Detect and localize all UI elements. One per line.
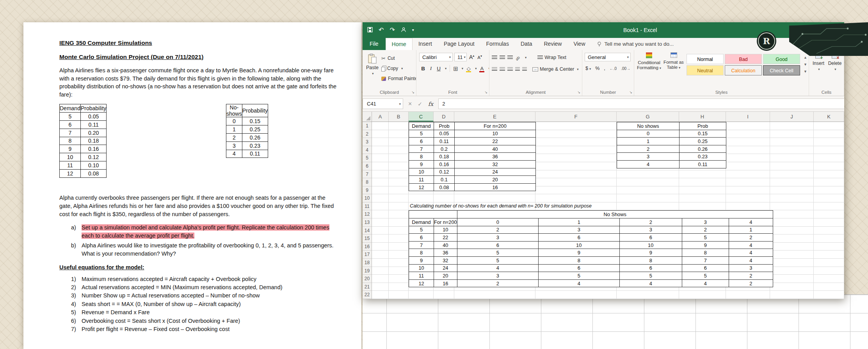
sheet-cell[interactable]: 9 [538, 249, 619, 257]
sheet-cell[interactable]: 8 [409, 153, 434, 161]
sheet-cell[interactable]: 22 [434, 234, 457, 242]
row-header-8[interactable]: 8 [363, 178, 372, 186]
sheet-cell[interactable]: 9 [682, 241, 729, 249]
sheet-cell[interactable]: 4 [729, 257, 773, 265]
bold-button[interactable]: B [420, 66, 426, 72]
sheet-cell[interactable]: 3 [682, 218, 729, 226]
number-dialog-launcher[interactable]: ↘ [629, 91, 632, 94]
sheet-cell[interactable]: 16 [455, 183, 536, 191]
column-header-f[interactable]: F [535, 112, 617, 122]
align-right-icon[interactable] [507, 67, 513, 71]
user-icon[interactable] [401, 27, 406, 34]
row-header-22[interactable]: 22 [363, 291, 372, 299]
column-header-i[interactable]: I [726, 112, 770, 122]
fill-color-dropdown-arrow[interactable]: ▾ [475, 66, 477, 70]
sheet-cell[interactable]: 0.1 [434, 176, 455, 184]
clipboard-dialog-launcher[interactable]: ↘ [411, 91, 414, 94]
font-size-select[interactable]: 11▾ [454, 53, 467, 61]
sheet-cell[interactable]: 8 [538, 257, 619, 265]
sheet-cell[interactable]: 24 [455, 168, 536, 176]
grow-font-button[interactable]: A▴ [468, 54, 475, 60]
sheet-cell[interactable]: 9 [619, 249, 682, 257]
sheet-cell[interactable]: 12 [409, 183, 434, 191]
sheet-cell[interactable]: For n=200 [434, 218, 457, 226]
row-header-14[interactable]: 14 [363, 227, 372, 235]
row-header-13[interactable]: 13 [363, 218, 372, 227]
sheet-cell[interactable]: 20 [434, 272, 457, 280]
sheet-cell[interactable]: 20 [455, 176, 536, 184]
row-header-1[interactable]: 1 [363, 122, 372, 130]
sheet-cell[interactable]: Prob [434, 122, 455, 130]
sheet-cell[interactable]: 6 [619, 234, 682, 242]
format-painter-button[interactable]: Format Painter [381, 73, 416, 84]
tell-me-box[interactable]: Tell me what you want to do... [597, 38, 674, 50]
row-header-4[interactable]: 4 [363, 146, 372, 154]
sheet-cell[interactable]: 6 [619, 264, 682, 272]
tab-data[interactable]: Data [515, 38, 538, 50]
sheet-cell[interactable]: 7 [409, 241, 434, 249]
column-header-d[interactable]: D [434, 112, 454, 122]
sheet-cell[interactable]: Prob [679, 122, 726, 130]
underline-dropdown-arrow[interactable]: ▾ [445, 66, 446, 70]
sheet-cell[interactable]: 11 [409, 176, 434, 184]
sheet-cell[interactable]: 7 [409, 145, 434, 153]
sheet-cell[interactable]: 3 [729, 264, 773, 272]
sheet-cell[interactable]: 0.15 [679, 130, 726, 138]
style-neutral[interactable]: Neutral [687, 65, 724, 75]
sheet-cell[interactable]: 36 [455, 153, 536, 161]
select-all-corner[interactable] [363, 112, 372, 122]
sheet-cell[interactable]: 3 [619, 226, 682, 234]
sheet-cell[interactable]: No shows [617, 122, 679, 130]
sheet-cell[interactable]: 1 [617, 138, 679, 145]
save-icon[interactable] [367, 27, 373, 34]
sheet-cell[interactable]: 0.11 [434, 138, 455, 145]
sheet-cell[interactable]: 6 [457, 241, 538, 249]
name-box-arrow[interactable]: ▾ [399, 102, 401, 106]
alignment-dialog-launcher[interactable]: ↘ [577, 91, 580, 94]
row-header-3[interactable]: 3 [363, 138, 372, 146]
gallery-more-arrow[interactable]: ▼ [803, 68, 808, 75]
sheet-cell[interactable]: 0.11 [679, 160, 726, 168]
sheet-cell[interactable]: 0.16 [434, 160, 455, 168]
sheet-cell[interactable]: 32 [434, 257, 457, 265]
sheet-cell[interactable]: 2 [729, 279, 773, 287]
cut-button[interactable]: ✂Cut [381, 53, 416, 63]
sheet-cell[interactable]: 40 [455, 145, 536, 153]
sheet-cell[interactable]: 4 [729, 241, 773, 249]
sheet-cell[interactable]: 0.12 [434, 168, 455, 176]
row-header-16[interactable]: 16 [363, 243, 372, 251]
row-header-5[interactable]: 5 [363, 154, 372, 162]
formula-input[interactable]: 2 [438, 98, 844, 109]
sheet-cell[interactable]: 0 [457, 218, 538, 226]
name-box[interactable]: C41 ▾ [363, 98, 403, 109]
sheet-cell[interactable]: 10 [619, 241, 682, 249]
sheet-cell[interactable]: No Shows [457, 211, 773, 218]
align-middle-icon[interactable] [500, 55, 505, 59]
tab-page-layout[interactable]: Page Layout [438, 38, 480, 50]
sheet-cell[interactable]: 6 [538, 234, 619, 242]
sheet-cell[interactable]: 2 [729, 272, 773, 280]
sheet-cell[interactable]: 0.2 [434, 145, 455, 153]
sheet-cell[interactable]: 0.25 [679, 138, 726, 145]
redo-icon[interactable]: ↷ [390, 27, 395, 33]
sheet-cell[interactable]: 2 [617, 145, 679, 153]
column-header-j[interactable]: J [770, 112, 814, 122]
row-header-15[interactable]: 15 [363, 234, 372, 243]
sheet-cell[interactable]: 8 [619, 257, 682, 265]
column-header-g[interactable]: G [617, 112, 679, 122]
sheet-cell[interactable]: 0.23 [679, 153, 726, 161]
sheet-cell[interactable]: 6 [409, 234, 434, 242]
wrap-text-button[interactable]: Wrap Text [537, 55, 566, 60]
font-color-icon[interactable]: A [479, 66, 485, 72]
sheet-cell[interactable]: 6 [538, 264, 619, 272]
align-top-icon[interactable] [492, 55, 497, 59]
sheet-cell[interactable]: 5 [409, 226, 434, 234]
sheet-cell[interactable]: 1 [729, 226, 773, 234]
sheet-cell[interactable]: 0 [617, 130, 679, 138]
sheet-cell[interactable]: 4 [729, 218, 773, 226]
sheet-cell[interactable]: 4 [617, 160, 679, 168]
align-left-icon[interactable] [492, 67, 497, 71]
row-header-6[interactable]: 6 [363, 162, 372, 170]
sheet-cell[interactable]: 2 [619, 218, 682, 226]
tab-insert[interactable]: Insert [413, 38, 438, 50]
